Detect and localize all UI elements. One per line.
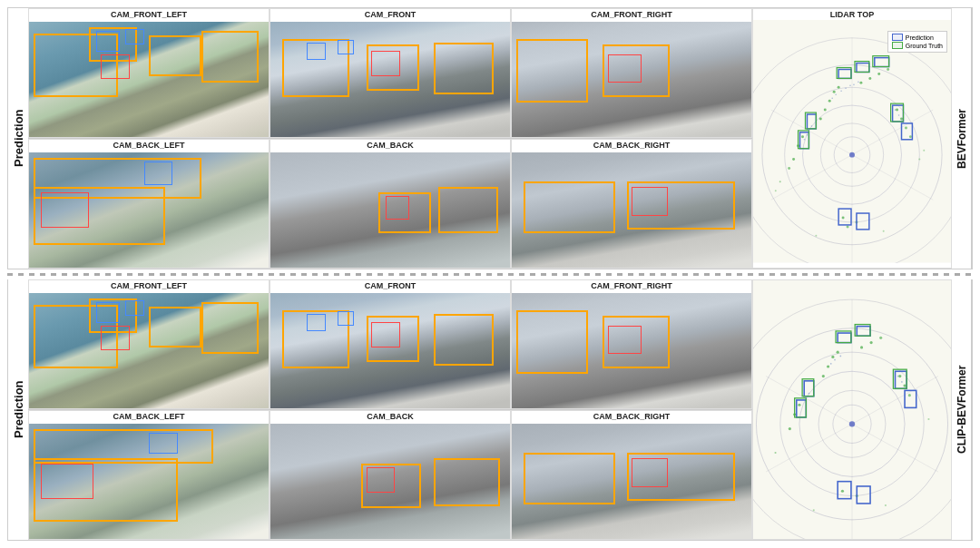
cam-front-right-bot-image — [512, 293, 751, 408]
svg-point-61 — [898, 114, 900, 116]
svg-point-22 — [887, 68, 889, 71]
svg-point-59 — [804, 139, 806, 141]
cam-front-left-bot-label: CAM_FRONT_LEFT — [29, 280, 269, 291]
svg-point-87 — [860, 346, 863, 348]
cam-back-bot-cell: CAM_BACK — [270, 410, 511, 540]
clip-bevformer-bottom-row: CAM_BACK_LEFT CAM_BACK — [28, 410, 752, 540]
svg-point-84 — [831, 356, 834, 358]
svg-point-116 — [897, 376, 899, 377]
cam-back-left-bot-label: CAM_BACK_LEFT — [29, 411, 269, 422]
svg-point-89 — [879, 337, 882, 339]
svg-point-55 — [858, 82, 859, 83]
svg-point-13 — [849, 152, 855, 158]
svg-point-90 — [798, 404, 800, 406]
cam-front-left-top-overlay — [29, 22, 269, 137]
cam-back-top-overlay — [270, 152, 510, 268]
cam-back-right-top-image — [512, 152, 751, 268]
svg-point-88 — [870, 341, 873, 344]
cam-front-left-bot-image — [29, 293, 269, 408]
cam-front-top-image — [270, 22, 510, 137]
clip-bevformer-lidar-view — [753, 280, 951, 539]
svg-point-28 — [900, 118, 903, 121]
svg-point-66 — [918, 159, 920, 161]
clip-bevformer-section-label: CLIP-BEVFormer — [952, 279, 972, 540]
cam-front-right-top-image — [512, 22, 751, 137]
legend-gt-box — [892, 42, 903, 49]
cam-front-top-cell: CAM_FRONT — [270, 8, 511, 138]
legend-gt-label: Ground Truth — [906, 43, 943, 49]
cam-front-right-top-label: CAM_FRONT_RIGHT — [512, 9, 751, 20]
svg-point-16 — [838, 86, 840, 89]
cam-back-left-top-image — [29, 152, 269, 268]
cam-front-left-top-cell: CAM_FRONT_LEFT — [28, 8, 270, 138]
svg-point-14 — [828, 100, 831, 103]
svg-point-92 — [789, 427, 791, 430]
svg-point-50 — [835, 93, 837, 95]
clip-bevformer-prediction-label: Prediction — [8, 279, 28, 540]
cam-front-left-top-image — [29, 22, 269, 137]
cam-front-left-top-label: CAM_FRONT_LEFT — [29, 9, 269, 20]
cam-front-left-bot-overlay — [29, 293, 269, 408]
cam-back-right-bot-cell: CAM_BACK_RIGHT — [511, 410, 752, 540]
svg-point-25 — [792, 158, 795, 161]
svg-point-65 — [923, 150, 925, 152]
cam-front-right-top-cell: CAM_FRONT_RIGHT — [511, 8, 752, 138]
svg-point-51 — [840, 90, 842, 92]
clip-bevformer-camera-grid: CAM_FRONT_LEFT — [28, 279, 752, 540]
cam-back-right-top-label: CAM_BACK_RIGHT — [512, 140, 751, 151]
legend-prediction: Prediction — [892, 34, 943, 41]
svg-point-60 — [895, 109, 897, 111]
bevformer-lidar-svg — [753, 20, 951, 263]
svg-point-19 — [859, 82, 862, 84]
svg-point-68 — [883, 230, 885, 232]
bevformer-section-label: BEVFormer — [952, 8, 972, 269]
cam-back-bot-label: CAM_BACK — [270, 411, 510, 422]
svg-point-121 — [885, 504, 887, 506]
cam-back-right-top-cell: CAM_BACK_RIGHT — [511, 139, 752, 269]
bevformer-camera-grid: CAM_FRONT_LEFT — [28, 8, 752, 269]
main-container: Prediction CAM_FRONT_LEFT — [0, 0, 980, 548]
cam-back-right-bot-image — [512, 424, 751, 539]
cam-back-left-bot-cell: CAM_BACK_LEFT — [28, 410, 270, 540]
cam-front-right-bot-label: CAM_FRONT_RIGHT — [512, 280, 751, 291]
bevformer-prediction-label: Prediction — [8, 8, 28, 269]
svg-point-32 — [847, 225, 849, 228]
svg-point-114 — [808, 393, 810, 395]
svg-point-117 — [901, 381, 903, 383]
svg-point-31 — [842, 217, 845, 220]
svg-point-119 — [927, 418, 929, 420]
legend-prediction-box — [892, 34, 903, 41]
cam-back-top-label: CAM_BACK — [270, 140, 510, 151]
cam-back-top-cell: CAM_BACK — [270, 139, 511, 269]
cam-front-right-bot-overlay — [512, 293, 751, 408]
svg-point-120 — [813, 509, 815, 511]
cam-front-bot-overlay — [270, 293, 510, 408]
cam-back-left-top-overlay — [29, 152, 269, 268]
clip-bevformer-top-row: CAM_FRONT_LEFT — [28, 279, 752, 410]
cam-back-left-bot-overlay — [29, 424, 269, 539]
cam-back-left-top-label: CAM_BACK_LEFT — [29, 140, 269, 151]
svg-point-57 — [808, 130, 810, 132]
svg-point-85 — [837, 351, 839, 354]
svg-point-64 — [775, 190, 777, 191]
cam-back-right-bot-overlay — [512, 424, 751, 539]
cam-front-right-top-overlay — [512, 22, 751, 137]
cam-front-top-label: CAM_FRONT — [270, 9, 510, 20]
cam-front-bot-image — [270, 293, 510, 408]
cam-front-top-overlay — [270, 22, 510, 137]
svg-point-27 — [896, 109, 898, 112]
svg-point-58 — [807, 134, 808, 136]
cam-back-right-top-overlay — [512, 152, 751, 268]
svg-point-94 — [903, 385, 906, 387]
svg-point-21 — [877, 73, 880, 75]
svg-point-56 — [811, 125, 813, 127]
section-divider — [7, 273, 973, 276]
svg-point-118 — [775, 452, 777, 454]
svg-point-53 — [849, 85, 851, 87]
bevformer-lidar-cell: LIDAR TOP — [752, 8, 952, 269]
clip-bevformer-lidar-cell — [752, 279, 952, 540]
svg-point-95 — [908, 394, 911, 396]
svg-point-18 — [819, 118, 822, 121]
svg-point-17 — [824, 109, 827, 112]
svg-point-63 — [779, 181, 781, 182]
